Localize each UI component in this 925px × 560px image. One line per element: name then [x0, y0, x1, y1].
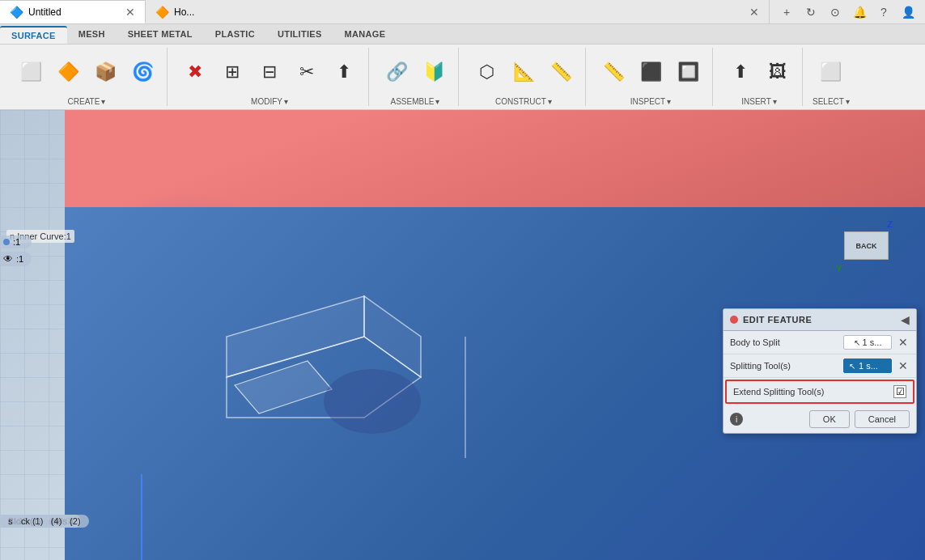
- select-btn-1[interactable]: ⬜: [813, 52, 849, 92]
- ef-cancel-button[interactable]: Cancel: [855, 410, 910, 428]
- tab-sheet-metal[interactable]: SHEET METAL: [117, 26, 204, 44]
- modify-label[interactable]: MODIFY ▾: [251, 97, 288, 106]
- create-btn-4[interactable]: 🌀: [125, 52, 160, 92]
- ribbon-group-modify: ✖ ⊞ ⊟ ✂ ⬆ MODIFY: [171, 48, 369, 106]
- modify-items: ✖ ⊞ ⊟ ✂ ⬆: [177, 48, 362, 95]
- refresh-button[interactable]: ↻: [802, 3, 820, 21]
- ef-status-dot: [730, 316, 738, 324]
- insert-label[interactable]: INSERT ▾: [741, 97, 777, 106]
- inspect-icon-2: ⬛: [640, 62, 662, 83]
- create-label[interactable]: CREATE ▾: [68, 97, 106, 106]
- modify-btn-scissors[interactable]: ✂: [289, 52, 325, 92]
- create-btn-2[interactable]: 🔶: [50, 52, 86, 92]
- badge-label-2: :1: [16, 254, 23, 264]
- cube-axis-y: Y: [836, 264, 842, 274]
- browser-chrome: 🔷 Untitled ✕ 🔶 Ho... ✕ + ↻ ⊙ 🔔 ? 👤: [0, 0, 925, 24]
- modify-btn-3[interactable]: ⊟: [252, 52, 287, 92]
- inspect-label[interactable]: INSPECT ▾: [630, 97, 671, 106]
- assemble-btn-1[interactable]: 🔗: [379, 52, 414, 92]
- ef-splitting-value[interactable]: ↖ 1 s...: [843, 358, 892, 373]
- badge-item-2[interactable]: 👁 :1: [0, 252, 32, 266]
- ef-expand-button[interactable]: ◀: [901, 313, 910, 326]
- create-icon-3: 📦: [95, 62, 117, 83]
- ef-extend-label: Extend Splitting Tool(s): [733, 387, 889, 397]
- tab-plastic[interactable]: PLASTIC: [204, 26, 266, 44]
- modify-dropdown-icon: ▾: [284, 97, 288, 106]
- tab-bar: 🔷 Untitled ✕ 🔶 Ho... ✕: [0, 0, 770, 23]
- badge-dot-1: [3, 239, 10, 245]
- select-icon-1: ⬜: [820, 62, 842, 83]
- ribbon-group-construct: ⬡ 📐 📏 CONSTRUCT ▾: [462, 48, 586, 106]
- ef-body-split-close[interactable]: ✕: [897, 336, 910, 349]
- create-icon-4: 🌀: [132, 62, 154, 83]
- body-split-cursor-icon: ↖: [854, 338, 860, 347]
- new-tab-button[interactable]: +: [778, 3, 796, 21]
- create-dropdown-icon: ▾: [101, 97, 105, 106]
- tab-surface[interactable]: SURFACE: [0, 26, 67, 44]
- workspace: n Inner Curve:1 BACK Z Y Swirl Remove (3…: [0, 110, 925, 560]
- tab-close-untitled[interactable]: ✕: [125, 6, 135, 19]
- history-button[interactable]: ⊙: [826, 3, 844, 21]
- insert-btn-1[interactable]: ⬆: [723, 52, 758, 92]
- ef-header: EDIT FEATURE ◀: [723, 309, 916, 331]
- modify-btn-arrow[interactable]: ⬆: [326, 52, 362, 92]
- tab-utilities[interactable]: UTILITIES: [266, 26, 333, 44]
- construct-label[interactable]: CONSTRUCT ▾: [495, 97, 552, 106]
- badge-item-1[interactable]: :1: [0, 235, 32, 248]
- badge-label-1: :1: [13, 237, 20, 247]
- ribbon-group-insert: ⬆ 🖼 INSERT ▾: [716, 48, 803, 106]
- ef-info-button[interactable]: i: [730, 413, 743, 426]
- inspect-dropdown-icon: ▾: [667, 97, 671, 106]
- cube-back-face[interactable]: BACK: [844, 231, 889, 260]
- insert-btn-2[interactable]: 🖼: [760, 52, 796, 92]
- tab-manage[interactable]: MANAGE: [333, 26, 397, 44]
- ef-footer: i OK Cancel: [723, 405, 916, 433]
- modify-icon-2: ⊞: [225, 62, 240, 83]
- tab-mesh[interactable]: MESH: [67, 26, 117, 44]
- modify-btn-delete[interactable]: ✖: [177, 52, 213, 92]
- splitting-cursor-icon: ↖: [849, 362, 855, 371]
- select-dropdown-icon: ▾: [846, 97, 850, 106]
- nav-cube[interactable]: BACK Z Y: [836, 215, 901, 280]
- avatar-button[interactable]: 👤: [899, 3, 917, 21]
- tab-untitled[interactable]: 🔷 Untitled ✕: [0, 0, 146, 23]
- inspect-btn-3[interactable]: 🔲: [670, 52, 706, 92]
- ribbon-group-inspect: 📏 ⬛ 🔲 INSPECT ▾: [589, 48, 713, 106]
- select-label[interactable]: SELECT ▾: [813, 97, 850, 106]
- scissors-icon: ✂: [299, 62, 314, 83]
- inspect-btn-2[interactable]: ⬛: [633, 52, 668, 92]
- ribbon-tabs: SURFACE MESH SHEET METAL PLASTIC UTILITI…: [0, 24, 925, 45]
- assemble-label[interactable]: ASSEMBLE ▾: [391, 97, 440, 106]
- inspect-icon-1: 📏: [603, 62, 625, 83]
- create-icon-2: 🔶: [57, 62, 79, 83]
- assemble-icon-1: 🔗: [386, 62, 408, 83]
- construct-btn-3[interactable]: 📏: [543, 52, 579, 92]
- assemble-btn-2[interactable]: 🔰: [416, 52, 452, 92]
- ef-extend-row: Extend Splitting Tool(s) ☑: [725, 380, 914, 404]
- help-button[interactable]: ?: [875, 3, 893, 21]
- ef-body-split-value[interactable]: ↖ 1 s...: [843, 335, 892, 350]
- cube-axis-z: Z: [887, 219, 893, 229]
- app-container: SURFACE MESH SHEET METAL PLASTIC UTILITI…: [0, 24, 925, 560]
- inspect-icon-3: 🔲: [677, 62, 699, 83]
- create-items: ⬜ 🔶 📦 🌀: [13, 48, 160, 95]
- ef-ok-button[interactable]: OK: [809, 410, 850, 428]
- ef-extend-checkbox[interactable]: ☑: [893, 385, 906, 398]
- create-btn-3[interactable]: 📦: [87, 52, 123, 92]
- tab-close-second[interactable]: ✕: [749, 6, 759, 19]
- ef-body-split-label: Body to Split: [730, 337, 838, 347]
- edit-feature-panel: EDIT FEATURE ◀ Body to Split ↖ 1 s... ✕ …: [723, 308, 917, 434]
- badge-s[interactable]: s: [3, 515, 21, 528]
- tab-second[interactable]: 🔶 Ho... ✕: [146, 0, 770, 23]
- construct-btn-2[interactable]: 📐: [506, 52, 541, 92]
- create-icon-1: ⬜: [20, 62, 42, 83]
- bell-button[interactable]: 🔔: [851, 3, 868, 21]
- ribbon-group-create: ⬜ 🔶 📦 🌀 CREATE ▾: [6, 48, 168, 106]
- insert-items: ⬆ 🖼: [723, 48, 796, 95]
- create-btn-1[interactable]: ⬜: [13, 52, 49, 92]
- construct-btn-1[interactable]: ⬡: [469, 52, 504, 92]
- ef-splitting-close[interactable]: ✕: [897, 359, 910, 372]
- inspect-btn-1[interactable]: 📏: [596, 52, 631, 92]
- modify-btn-2[interactable]: ⊞: [214, 52, 250, 92]
- scroll-indicator[interactable]: –: [833, 214, 838, 223]
